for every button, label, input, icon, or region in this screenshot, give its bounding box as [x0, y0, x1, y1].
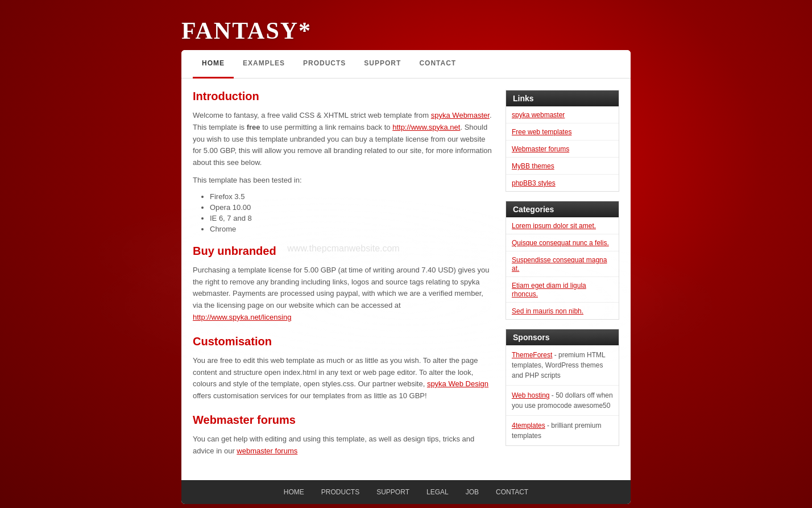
buy-p1: Purchasing a template license for 5.00 G…: [193, 265, 494, 324]
list-item: phpBB3 styles: [506, 175, 619, 191]
footer-contact[interactable]: CONTACT: [496, 488, 528, 496]
categories-box: Categories Lorem ipsum dolor sit amet. Q…: [506, 201, 619, 320]
spyka-webmaster-link[interactable]: spyka Webmaster: [431, 111, 490, 119]
list-item: Webmaster forums: [506, 141, 619, 158]
sponsor-link-1[interactable]: Web hosting: [512, 391, 550, 399]
categories-header: Categories: [506, 201, 619, 217]
sponsor-item-0: ThemeForest - premium HTML templates, Wo…: [506, 345, 619, 386]
category-link-4[interactable]: Sed in mauris non nibh.: [512, 307, 583, 315]
customisation-p1: You are free to edit this web template a…: [193, 355, 494, 402]
list-item: IE 6, 7 and 8: [210, 214, 494, 222]
footer-bottom: © 2009 sitename. Design by Free CSS Temp…: [286, 504, 526, 508]
list-item: Lorem ipsum dolor sit amet.: [506, 217, 619, 234]
sidebar: Links spyka webmaster Free web templates…: [506, 90, 619, 463]
content-area: Introduction Welcome to fantasy, a free …: [181, 79, 631, 474]
intro-p2: This template has been tested in:: [193, 175, 494, 187]
sidebar-link-1[interactable]: Free web templates: [512, 128, 571, 136]
sponsor-item-1: Web hosting - 50 dollars off when you us…: [506, 386, 619, 416]
site-title: FANTASY*: [181, 18, 312, 44]
sidebar-link-0[interactable]: spyka webmaster: [512, 111, 565, 119]
nav-examples[interactable]: EXAMPLES: [234, 50, 294, 79]
list-item: MyBB themes: [506, 158, 619, 175]
sidebar-link-4[interactable]: phpBB3 styles: [512, 179, 556, 187]
tested-list: Firefox 3.5 Opera 10.00 IE 6, 7 and 8 Ch…: [210, 192, 494, 233]
links-box: Links spyka webmaster Free web templates…: [506, 90, 619, 192]
sponsor-link-0[interactable]: ThemeForest: [512, 351, 552, 359]
footer-support[interactable]: SUPPORT: [376, 488, 409, 496]
sidebar-link-2[interactable]: Webmaster forums: [512, 145, 569, 153]
intro-title: Introduction: [193, 90, 494, 103]
sponsor-link-2[interactable]: 4templates: [512, 422, 545, 429]
sidebar-link-3[interactable]: MyBB themes: [512, 162, 554, 170]
footer-products[interactable]: PRODUCTS: [321, 488, 359, 496]
links-list: spyka webmaster Free web templates Webma…: [506, 106, 619, 191]
list-item: Sed in mauris non nibh.: [506, 303, 619, 319]
sponsors-header: Sponsors: [506, 329, 619, 345]
list-item: Opera 10.00: [210, 203, 494, 212]
nav-home[interactable]: HOME: [193, 50, 234, 79]
main-wrapper: HOME EXAMPLES PRODUCTS SUPPORT CONTACT I…: [181, 50, 631, 504]
nav-bar: HOME EXAMPLES PRODUCTS SUPPORT CONTACT: [181, 50, 631, 79]
nav-products[interactable]: PRODUCTS: [294, 50, 355, 79]
footer-legal[interactable]: LEGAL: [426, 488, 449, 496]
categories-list: Lorem ipsum dolor sit amet. Quisque cons…: [506, 217, 619, 319]
intro-p1: Welcome to fantasy, a free valid CSS & X…: [193, 110, 494, 169]
main-content: Introduction Welcome to fantasy, a free …: [193, 90, 494, 463]
list-item: Etiam eget diam id ligula rhoncus.: [506, 277, 619, 303]
category-link-1[interactable]: Quisque consequat nunc a felis.: [512, 239, 609, 247]
category-link-2[interactable]: Suspendisse consequat magna at.: [512, 256, 607, 272]
forums-p1: You can get help with editing and using …: [193, 433, 494, 457]
category-link-3[interactable]: Etiam eget diam id ligula rhoncus.: [512, 282, 586, 298]
buy-title: Buy unbranded: [193, 245, 494, 258]
footer-nav: HOME PRODUCTS SUPPORT LEGAL JOB CONTACT: [181, 480, 631, 504]
list-item: Free web templates: [506, 123, 619, 141]
footer-job[interactable]: JOB: [466, 488, 479, 496]
spyka-net-link[interactable]: http://www.spyka.net: [392, 123, 460, 131]
list-item: Suspendisse consequat magna at.: [506, 251, 619, 277]
list-item: Chrome: [210, 225, 494, 233]
sponsor-item-2: 4templates - brilliant premium templates: [506, 416, 619, 445]
nav-support[interactable]: SUPPORT: [355, 50, 410, 79]
webmaster-forums-link[interactable]: webmaster forums: [237, 447, 297, 455]
sponsors-box: Sponsors ThemeForest - premium HTML temp…: [506, 329, 619, 446]
customisation-title: Customisation: [193, 335, 494, 348]
forums-title: Webmaster forums: [193, 414, 494, 427]
spyka-web-design-link[interactable]: spyka Web Design: [427, 379, 488, 388]
footer-home[interactable]: HOME: [284, 488, 304, 496]
list-item: spyka webmaster: [506, 106, 619, 123]
list-item: Quisque consequat nunc a felis.: [506, 234, 619, 251]
links-header: Links: [506, 90, 619, 106]
licensing-link[interactable]: http://www.spyka.net/licensing: [193, 313, 291, 321]
nav-contact[interactable]: CONTACT: [410, 50, 465, 79]
list-item: Firefox 3.5: [210, 192, 494, 201]
category-link-0[interactable]: Lorem ipsum dolor sit amet.: [512, 222, 596, 230]
